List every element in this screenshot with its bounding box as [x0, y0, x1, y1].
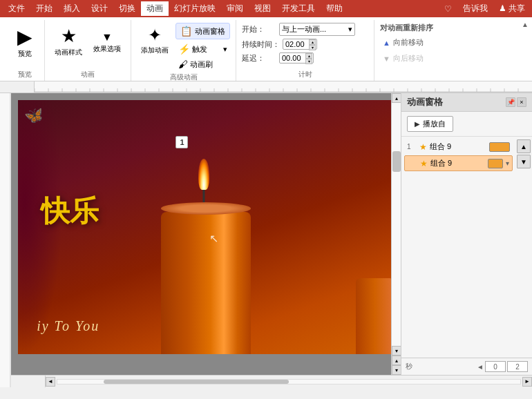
- tell-me[interactable]: 告诉我: [459, 1, 492, 16]
- add-animation-button[interactable]: ✦ 添加动画: [137, 23, 173, 57]
- panel-close-button[interactable]: ×: [517, 97, 526, 107]
- heart-icon[interactable]: ♡: [440, 3, 456, 15]
- play-icon: ▶: [415, 120, 420, 128]
- ribbon-groups: ▶ 预览 预览 ★ 动画样式 ▼ 效果选项 动画: [6, 20, 526, 81]
- duration-down[interactable]: ▾: [309, 45, 316, 50]
- animation-panel-icon: 📋: [180, 26, 192, 37]
- delay-label: 延迟：: [242, 53, 276, 64]
- slide-canvas[interactable]: 🦋 快乐 iy To You: [18, 100, 394, 354]
- trigger-button[interactable]: ⚡ 触发 ▾: [175, 42, 230, 56]
- start-row: 开始： 与上一动画... ▾: [242, 23, 355, 36]
- move-forward-icon: ▲: [383, 39, 390, 47]
- effect-options-button[interactable]: ▼ 效果选项: [89, 23, 125, 56]
- menu-help[interactable]: 帮助: [321, 1, 348, 16]
- panel-controls: 📌 ×: [506, 97, 526, 107]
- menubar-right: ♡ 告诉我 ♟ 共享: [440, 1, 529, 16]
- candle-body: [161, 212, 251, 354]
- item2-color: [488, 159, 503, 168]
- preview-content: ▶ 预览: [11, 23, 39, 68]
- left-deco: [18, 100, 63, 354]
- item2-name: 组合 9: [430, 158, 485, 168]
- move-up-button[interactable]: ▲: [517, 139, 531, 153]
- duration-input-wrapper: ▴ ▾: [283, 39, 317, 50]
- scroll-track[interactable]: [392, 103, 401, 346]
- timer-group-label: 计时: [298, 68, 312, 79]
- delay-spinner: ▴ ▾: [305, 53, 312, 64]
- move-down-button[interactable]: ▼: [517, 155, 531, 168]
- small-candle-body: [356, 278, 394, 354]
- ribbon: ▶ 预览 预览 ★ 动画样式 ▼ 效果选项 动画: [0, 17, 532, 81]
- animation-item-1[interactable]: 1 ★ 组合 9: [404, 139, 513, 154]
- menu-review[interactable]: 审阅: [221, 1, 249, 16]
- animation-item-2[interactable]: ★ 组合 9 ▾: [404, 155, 513, 171]
- h-scroll-track[interactable]: [57, 379, 521, 385]
- trigger-arrow: ▾: [223, 45, 227, 54]
- move-forward-button[interactable]: ▲ 向前移动: [380, 36, 426, 49]
- advanced-content: ✦ 添加动画 📋 动画窗格 ⚡ 触发 ▾ 🖌 动画刷: [137, 23, 230, 71]
- animation-panel-footer: 秒 ◄ 0 2: [401, 358, 532, 375]
- effect-options-label: 效果选项: [93, 45, 121, 53]
- menu-design[interactable]: 设计: [86, 1, 113, 16]
- play-bar: ▶ 播放自: [401, 112, 532, 137]
- main-area: 🦋 快乐 iy To You: [0, 93, 532, 387]
- preview-label: 预览: [18, 50, 32, 58]
- duration-up[interactable]: ▴: [309, 39, 316, 45]
- delay-row: 延迟： ▴ ▾: [242, 52, 314, 64]
- menu-file[interactable]: 文件: [3, 1, 30, 16]
- scroll-up-button[interactable]: ▴: [392, 93, 401, 103]
- scroll-thumb[interactable]: [392, 151, 401, 172]
- move-backward-button[interactable]: ▼ 向后移动: [380, 52, 426, 65]
- menu-transition[interactable]: 切换: [113, 1, 141, 16]
- add-animation-label: 添加动画: [141, 46, 169, 55]
- scroll-down-button[interactable]: ▾: [392, 346, 401, 356]
- h-scroll-thumb[interactable]: [104, 380, 289, 384]
- share-button[interactable]: ♟ 共享: [495, 1, 529, 16]
- animation-panel-button[interactable]: 📋 动画窗格: [175, 23, 230, 39]
- candle-flame: [198, 159, 209, 190]
- menu-view[interactable]: 视图: [249, 1, 276, 16]
- scroll-left-button[interactable]: ◄: [46, 377, 55, 387]
- candle-wick: [202, 188, 205, 202]
- duration-label: 持续时间：: [242, 39, 280, 50]
- scroll-next[interactable]: ▾: [392, 365, 401, 375]
- trigger-icon: ⚡: [178, 43, 190, 55]
- menu-home[interactable]: 开始: [30, 1, 58, 16]
- start-select[interactable]: 与上一动画... ▾: [279, 23, 355, 36]
- duration-input[interactable]: [285, 40, 310, 48]
- duration-spinner: ▴ ▾: [309, 39, 316, 50]
- menu-insert[interactable]: 插入: [58, 1, 86, 16]
- time-left-btn[interactable]: ◄: [477, 363, 484, 371]
- horizontal-ruler: // drawn via JS below: [35, 81, 532, 93]
- reorder-content: 对动画重新排序 ▲ 向前移动 ▼ 向后移动: [380, 23, 452, 78]
- preview-button[interactable]: ▶ 预览: [11, 23, 39, 61]
- animation-style-button[interactable]: ★ 动画样式: [50, 23, 86, 59]
- slide-background: 🦋 快乐 iy To You: [18, 100, 394, 354]
- scroll-right-button[interactable]: ►: [522, 377, 532, 387]
- time-start: 0: [485, 361, 506, 372]
- item2-arrow[interactable]: ▾: [506, 159, 509, 167]
- animation-style-icon: ★: [61, 26, 77, 47]
- footer-input: ◄ 0 2: [477, 361, 528, 372]
- animation-brush-button[interactable]: 🖌 动画刷: [175, 57, 230, 71]
- item2-star: ★: [420, 159, 428, 168]
- kuaile-text: 快乐: [41, 197, 99, 226]
- delay-up[interactable]: ▴: [305, 53, 312, 59]
- delay-input[interactable]: [282, 54, 307, 62]
- animation-panel-title: 动画窗格: [407, 96, 443, 108]
- menu-slideshow[interactable]: 幻灯片放映: [169, 1, 221, 16]
- ribbon-group-reorder: 对动画重新排序 ▲ 向前移动 ▼ 向后移动: [374, 20, 457, 81]
- number-badge: 1: [175, 136, 188, 148]
- menu-developer[interactable]: 开发工具: [276, 1, 321, 16]
- animation-group-label: 动画: [81, 68, 95, 79]
- item1-num: 1: [407, 143, 417, 150]
- delay-down[interactable]: ▾: [305, 59, 312, 64]
- scroll-prev[interactable]: ▴: [392, 356, 401, 365]
- ribbon-collapse-button[interactable]: ▲: [518, 17, 532, 31]
- delay-input-wrapper: ▴ ▾: [279, 52, 314, 64]
- horizontal-scrollbar: ◄ ►: [11, 375, 532, 387]
- trigger-label: 触发: [192, 44, 207, 55]
- animation-panel: 动画窗格 📌 × ▶ 播放自 1: [401, 93, 532, 375]
- menu-animation[interactable]: 动画: [141, 1, 169, 16]
- panel-pin-button[interactable]: 📌: [506, 97, 515, 107]
- play-button[interactable]: ▶ 播放自: [407, 116, 453, 132]
